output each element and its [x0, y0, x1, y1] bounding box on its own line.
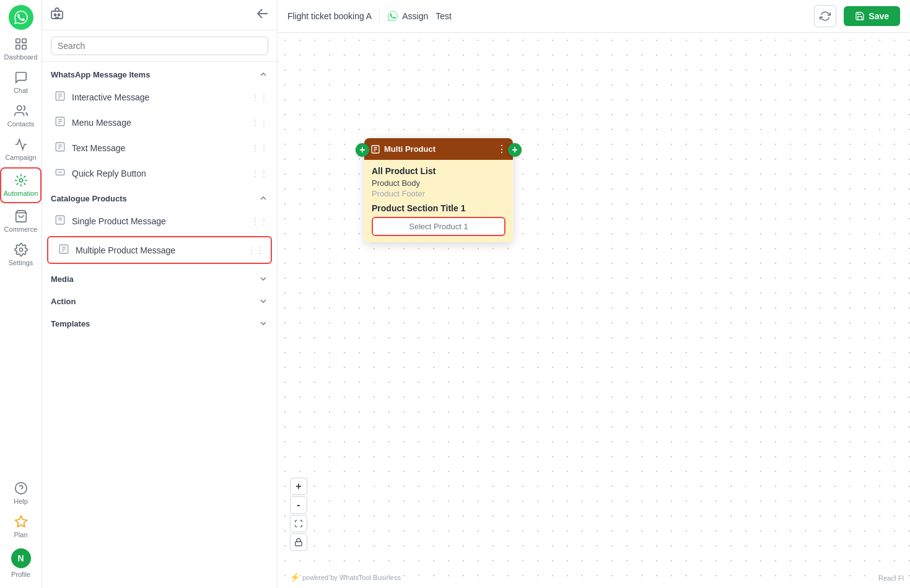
sidebar-item-interactive-message[interactable]: Interactive Message ⋮⋮	[42, 84, 277, 110]
contacts-label: Contacts	[7, 120, 34, 128]
node-body: All Product List Product Body Product Fo…	[364, 160, 513, 242]
svg-rect-1	[22, 39, 25, 43]
automation-label: Automation	[4, 190, 38, 197]
drag-icon: ⋮⋮	[251, 143, 268, 153]
canvas-footer: ⚡ powered by WhatsTool Business	[290, 573, 401, 582]
fit-screen-button[interactable]	[290, 515, 307, 532]
action-section-header[interactable]: Action	[42, 289, 277, 311]
refresh-button[interactable]	[814, 5, 836, 27]
svg-point-7	[19, 248, 23, 252]
svg-point-12	[58, 14, 60, 16]
dashboard-label: Dashboard	[4, 53, 38, 61]
node-add-right-button[interactable]: +	[508, 143, 522, 157]
whatsapp-section-label: WhatsApp Message Items	[51, 70, 150, 79]
help-label: Help	[14, 498, 28, 505]
search-input[interactable]	[51, 37, 268, 55]
save-button[interactable]: Save	[844, 6, 900, 26]
select-product-button[interactable]: Select Product 1	[372, 217, 505, 236]
assign-button[interactable]: Assign	[387, 11, 428, 22]
sidebar-item-single-product[interactable]: Single Product Message ⋮⋮	[42, 208, 277, 234]
node-more-icon[interactable]: ⋮	[497, 143, 507, 155]
robot-icon	[50, 6, 64, 24]
action-section-label: Action	[51, 297, 76, 306]
sidebar-item-profile[interactable]: N Profile	[0, 543, 42, 583]
sidebar-item-commerce[interactable]: Commerce	[0, 204, 42, 238]
node-product-body: Product Body	[372, 178, 505, 188]
sidebar: WhatsApp Message Items Interactive Messa…	[42, 0, 278, 588]
node-header: Multi Product ⋮	[364, 138, 513, 160]
quick-reply-label: Quick Reply Button	[72, 169, 146, 178]
sidebar-item-settings[interactable]: Settings	[0, 238, 42, 271]
sidebar-header	[42, 0, 277, 30]
avatar: N	[11, 548, 31, 568]
campaign-label: Campaign	[5, 154, 36, 161]
drag-icon: ⋮⋮	[247, 245, 265, 255]
chat-label: Chat	[14, 87, 28, 94]
sidebar-item-automation[interactable]: Automation	[0, 167, 42, 203]
sidebar-item-contacts[interactable]: Contacts	[0, 99, 42, 133]
lightning-icon: ⚡	[290, 573, 300, 582]
zoom-out-button[interactable]: -	[290, 496, 307, 514]
topbar: Flight ticket booking A Assign Test Save	[278, 0, 910, 33]
lock-button[interactable]	[290, 533, 307, 551]
menu-message-label: Menu Message	[72, 118, 131, 128]
canvas: + + Multi Product ⋮ All Product List Pro…	[278, 33, 910, 588]
quick-reply-icon	[55, 167, 66, 180]
multi-product-node: + + Multi Product ⋮ All Product List Pro…	[364, 138, 513, 242]
flow-title: Flight ticket booking A	[287, 11, 372, 21]
topbar-divider	[379, 9, 380, 24]
interactive-message-label: Interactive Message	[72, 92, 149, 102]
svg-point-5	[19, 178, 23, 182]
menu-message-icon	[55, 116, 66, 129]
svg-rect-2	[15, 45, 19, 49]
drag-icon: ⋮⋮	[251, 118, 268, 128]
sidebar-item-quick-reply[interactable]: Quick Reply Button ⋮⋮	[42, 160, 277, 186]
sidebar-item-help[interactable]: Help	[0, 476, 42, 510]
node-add-left-button[interactable]: +	[356, 143, 369, 157]
templates-section-header[interactable]: Templates	[42, 311, 277, 333]
multiple-product-icon	[58, 244, 69, 257]
commerce-label: Commerce	[4, 226, 38, 233]
plan-label: Plan	[14, 531, 27, 538]
text-message-label: Text Message	[72, 143, 125, 153]
sidebar-item-text-message[interactable]: Text Message ⋮⋮	[42, 135, 277, 160]
zoom-controls: + -	[290, 478, 307, 551]
left-navigation: Dashboard Chat Contacts Campaign Automat…	[0, 0, 42, 588]
node-product-footer: Product Footer	[372, 189, 505, 198]
sidebar-item-dashboard[interactable]: Dashboard	[0, 32, 42, 66]
templates-section-label: Templates	[51, 319, 90, 328]
search-area	[42, 30, 277, 62]
drag-icon: ⋮⋮	[251, 169, 268, 178]
node-product-title: All Product List	[372, 166, 505, 176]
node-header-label: Multi Product	[384, 144, 435, 154]
multiple-product-label: Multiple Product Message	[76, 245, 175, 255]
svg-rect-0	[15, 39, 19, 43]
svg-point-4	[17, 106, 21, 110]
profile-label: Profile	[11, 571, 30, 578]
settings-label: Settings	[9, 259, 33, 266]
sidebar-item-multiple-product[interactable]: Multiple Product Message ⋮⋮	[47, 236, 272, 264]
whatsapp-section-header[interactable]: WhatsApp Message Items	[42, 62, 277, 84]
powered-by-text: powered by WhatsTool Business	[302, 574, 401, 581]
zoom-in-button[interactable]: +	[290, 478, 307, 495]
react-footer: React Fl	[878, 574, 904, 582]
catalogue-section-header[interactable]: Catalogue Products	[42, 186, 277, 208]
test-button[interactable]: Test	[435, 11, 452, 21]
svg-rect-3	[22, 45, 25, 49]
drag-icon: ⋮⋮	[251, 216, 268, 226]
catalogue-section-label: Catalogue Products	[51, 194, 127, 203]
sidebar-item-campaign[interactable]: Campaign	[0, 133, 42, 166]
single-product-label: Single Product Message	[72, 216, 166, 226]
media-section-header[interactable]: Media	[42, 266, 277, 289]
drag-icon: ⋮⋮	[251, 92, 268, 102]
svg-point-11	[55, 14, 56, 16]
sidebar-item-plan[interactable]: Plan	[0, 510, 42, 543]
assign-label: Assign	[402, 11, 428, 21]
text-message-icon	[55, 141, 66, 154]
sidebar-item-chat[interactable]: Chat	[0, 66, 42, 99]
sidebar-item-menu-message[interactable]: Menu Message ⋮⋮	[42, 110, 277, 135]
svg-point-8	[15, 483, 26, 494]
app-logo[interactable]	[9, 5, 33, 30]
media-section-label: Media	[51, 274, 74, 284]
back-icon[interactable]	[255, 6, 269, 24]
